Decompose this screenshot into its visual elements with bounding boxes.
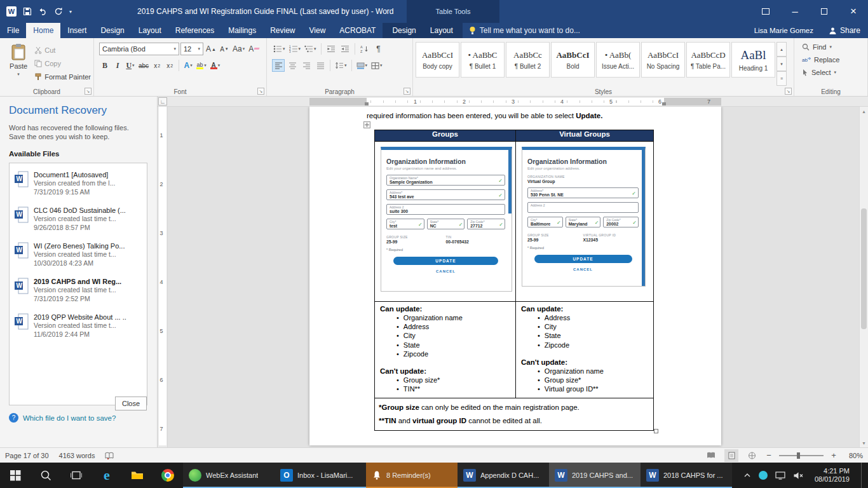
indent-marker[interactable] <box>365 102 369 105</box>
clear-formatting-button[interactable]: A <box>247 43 261 55</box>
style-bullet-1[interactable]: • AaBbC¶ Bullet 1 <box>461 42 505 78</box>
styles-scroll-up-button[interactable]: ▴ <box>776 42 787 57</box>
read-mode-button[interactable] <box>704 449 718 462</box>
task-view-button[interactable] <box>61 463 92 488</box>
styles-more-button[interactable]: ≡ <box>776 71 787 86</box>
tab-layout[interactable]: Layout <box>132 23 168 38</box>
bold-button[interactable]: B <box>99 59 111 72</box>
scroll-up-arrow[interactable]: ▴ <box>860 107 868 116</box>
justify-button[interactable] <box>314 59 327 72</box>
ribbon-display-options-icon[interactable] <box>751 0 780 23</box>
style-issue-action[interactable]: • AaBb(Issue Acti... <box>596 42 640 78</box>
redo-button[interactable] <box>54 7 63 16</box>
zoom-in-button[interactable]: + <box>830 451 837 460</box>
word-app-icon[interactable]: W <box>6 6 17 17</box>
tab-table-layout[interactable]: Layout <box>423 23 460 38</box>
zoom-slider-thumb[interactable] <box>797 452 800 459</box>
tab-insert[interactable]: Insert <box>60 23 93 38</box>
shading-button[interactable]: ▾ <box>355 59 369 72</box>
horizontal-ruler[interactable]: ∟ 1 2 3 4 5 6 7 <box>158 97 868 107</box>
style-table-paragraph[interactable]: AaBbCcD¶ Table Pa... <box>686 42 730 78</box>
word-2018-cahps-taskbar-button[interactable]: W 2018 CAHPS for ... <box>641 463 732 488</box>
paragraph-dialog-launcher[interactable]: ↘ <box>403 88 410 95</box>
underline-button[interactable]: U▾ <box>125 59 136 72</box>
tab-home[interactable]: Home <box>26 23 60 38</box>
increase-font-size-button[interactable]: A▲ <box>205 43 217 55</box>
webex-taskbar-button[interactable]: WebEx Assistant <box>183 463 275 488</box>
scrollbar-thumb[interactable] <box>861 208 867 329</box>
tray-app-icon[interactable] <box>759 471 768 480</box>
zoom-level[interactable]: 80% <box>844 452 863 459</box>
select-button[interactable]: Select▾ <box>797 66 865 79</box>
account-name[interactable]: Lisa Marie Gomez <box>747 23 821 38</box>
save-button[interactable] <box>23 7 32 16</box>
increase-indent-button[interactable] <box>339 43 351 55</box>
superscript-button[interactable]: x2 <box>164 59 175 72</box>
styles-dialog-launcher[interactable]: ↘ <box>785 88 792 95</box>
tell-me-box[interactable]: Tell me what you want to do... <box>463 23 587 38</box>
tab-mailings[interactable]: Mailings <box>221 23 263 38</box>
recovery-close-button[interactable]: Close <box>115 396 147 410</box>
style-heading-1[interactable]: AaBlHeading 1 <box>731 42 775 78</box>
recovered-file-item[interactable]: W CLC 046 DoD Sustainable (...Version cr… <box>10 201 147 237</box>
replace-button[interactable]: ab Replace <box>797 53 865 66</box>
share-button[interactable]: Share <box>821 23 868 38</box>
vertical-ruler[interactable]: 1 2 3 4 5 6 7 <box>158 107 168 447</box>
numbering-button[interactable]: 123▾ <box>288 43 302 55</box>
web-layout-button[interactable] <box>745 449 759 462</box>
style-body-copy[interactable]: AaBbCcIBody copy <box>416 42 459 78</box>
format-painter-button[interactable]: Format Painter <box>34 71 91 83</box>
find-button[interactable]: Find▾ <box>797 41 865 53</box>
cut-button[interactable]: Cut <box>34 44 91 56</box>
copy-button[interactable]: Copy <box>34 58 91 69</box>
outlook-taskbar-button[interactable]: O Inbox - LisaMari... <box>275 463 366 488</box>
zoom-slider[interactable] <box>779 455 824 456</box>
chrome-button[interactable] <box>153 463 183 488</box>
subscript-button[interactable]: x2 <box>151 59 163 72</box>
text-effects-button[interactable]: A▾ <box>182 59 194 72</box>
minimize-button[interactable]: ─ <box>780 0 810 23</box>
word-appendix-taskbar-button[interactable]: W Appendix D CAH... <box>458 463 549 488</box>
change-case-button[interactable]: Aa▾ <box>231 43 246 55</box>
which-file-link[interactable]: Which file do I want to save? <box>23 414 116 422</box>
close-button[interactable]: × <box>839 0 868 23</box>
print-layout-button[interactable] <box>724 449 738 462</box>
show-desktop-button[interactable] <box>861 463 864 488</box>
align-center-button[interactable] <box>286 59 299 72</box>
font-name-select[interactable]: Cambria (Bod▾ <box>99 43 179 55</box>
document-page[interactable]: required information has been entered, y… <box>309 107 721 445</box>
style-no-spacing[interactable]: AaBbCcINo Spacing <box>641 42 685 78</box>
taskbar-search-button[interactable] <box>31 463 61 488</box>
tab-review[interactable]: Review <box>263 23 302 38</box>
document-canvas[interactable]: 1 2 3 4 5 6 7 required information has b… <box>158 107 868 447</box>
italic-button[interactable]: I <box>112 59 123 72</box>
multilevel-list-button[interactable]: ▾ <box>303 43 318 55</box>
zoom-out-button[interactable]: − <box>765 451 773 460</box>
table-resize-handle[interactable] <box>654 429 658 433</box>
styles-scroll-down-button[interactable]: ▾ <box>776 57 787 71</box>
recovered-file-item[interactable]: W 2019 CAHPS and WI Reg...Version create… <box>10 273 147 308</box>
tab-references[interactable]: References <box>168 23 221 38</box>
font-dialog-launcher[interactable]: ↘ <box>257 88 264 95</box>
page-indicator[interactable]: Page 17 of 30 <box>5 452 49 459</box>
recovered-file-item[interactable]: W Document1 [Autosaved]Version created f… <box>10 166 147 201</box>
tray-display-icon[interactable] <box>775 471 785 480</box>
start-button[interactable] <box>0 463 31 488</box>
tab-view[interactable]: View <box>302 23 333 38</box>
tray-expand-button[interactable] <box>743 473 751 478</box>
font-size-select[interactable]: 12▾ <box>180 43 203 55</box>
align-left-button[interactable] <box>272 59 285 72</box>
scroll-down-arrow[interactable]: ▾ <box>860 438 868 447</box>
undo-button[interactable] <box>38 8 48 15</box>
taskbar-clock[interactable]: 4:21 PM 08/01/2019 <box>811 467 853 484</box>
file-explorer-button[interactable] <box>122 463 153 488</box>
indent-marker[interactable] <box>662 102 666 105</box>
sort-button[interactable]: AZ <box>358 43 371 55</box>
maximize-button[interactable] <box>810 0 839 23</box>
clipboard-dialog-launcher[interactable]: ↘ <box>85 88 92 95</box>
strikethrough-button[interactable]: abc <box>137 59 150 72</box>
style-bullet-2[interactable]: AaBbCc¶ Bullet 2 <box>506 42 550 78</box>
align-right-button[interactable] <box>300 59 313 72</box>
bullets-button[interactable]: ▾ <box>272 43 287 55</box>
font-color-button[interactable]: A▾ <box>209 59 222 72</box>
